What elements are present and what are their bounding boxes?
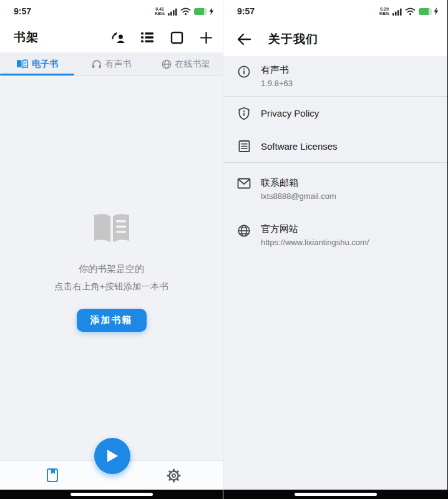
privacy-shield-icon [236,107,252,120]
person-sync-icon[interactable] [110,29,126,46]
bookmark-book-icon[interactable] [44,467,61,483]
info-circle-icon [236,65,252,79]
tab-label: 有声书 [105,59,132,70]
app-bar-actions [110,29,214,46]
app-bar: 书架 [0,22,223,52]
website-globe-icon [236,224,252,238]
battery-icon [419,8,431,15]
empty-title: 你的书架是空的 [0,263,223,275]
item-title: Software Licenses [261,141,338,152]
item-title: 联系邮箱 [261,177,336,189]
tab-audiobooks[interactable]: 有声书 [74,52,149,75]
play-fab-button[interactable] [94,438,130,474]
status-bar: 9:57 0.29 KB/s [223,0,447,22]
status-icons: 0.29 KB/s [379,7,439,16]
item-title: Privacy Policy [261,108,319,119]
settings-gear-icon[interactable] [165,467,182,483]
list-item-version[interactable]: 有声书 1.9.8+63 [223,56,447,96]
empty-book-icon [92,212,131,245]
status-bar: 9:57 0.41 KB/s [0,0,223,22]
battery-icon [194,8,206,15]
empty-hint: 点击右上角+按钮添加一本书 [0,281,223,293]
home-indicator[interactable] [295,493,377,496]
bookshelf-screen: 9:57 0.41 KB/s 书架 [0,0,223,499]
tab-label: 电子书 [32,59,58,70]
signal-bars-icon [392,7,402,16]
section-gap [223,209,447,215]
active-tab-indicator [0,74,74,75]
online-globe-icon [162,59,172,69]
network-speed-indicator: 0.41 KB/s [155,7,165,16]
list-item-official-website[interactable]: 官方网站 https://www.lixiantingshu.com/ [223,215,447,255]
system-nav-bar [0,490,223,499]
section-gap [223,163,447,169]
list-item-software-licenses[interactable]: Software Licenses [223,130,447,162]
signal-bars-icon [168,7,177,16]
system-nav-bar [223,490,447,499]
tab-online-shelf[interactable]: 在线书架 [149,52,223,75]
list-view-icon[interactable] [139,29,155,46]
about-list: 有声书 1.9.8+63 Privacy Policy Software Lic… [223,56,447,490]
page-title: 书架 [14,29,39,46]
item-subtitle: lxts8888@gmail.com [261,191,336,201]
wifi-icon [405,7,416,16]
item-subtitle: https://www.lixiantingshu.com/ [261,238,369,247]
home-indicator[interactable] [71,493,153,496]
clock-time: 9:57 [14,6,31,16]
item-subtitle: 1.9.8+63 [261,79,293,88]
list-item-contact-email[interactable]: 联系邮箱 lxts8888@gmail.com [223,169,447,209]
network-speed-indicator: 0.29 KB/s [379,7,389,16]
charging-bolt-icon [434,7,439,15]
plus-icon[interactable] [198,29,214,46]
app-bar: 关于我们 [223,22,447,56]
list-item-privacy-policy[interactable]: Privacy Policy [223,97,447,130]
license-document-icon [236,140,252,153]
back-arrow-icon[interactable] [236,31,252,47]
clock-time: 9:57 [237,6,255,16]
tab-label: 在线书架 [175,59,210,70]
play-icon [105,448,119,463]
status-icons: 0.41 KB/s [155,7,214,16]
empty-state: 你的书架是空的 点击右上角+按钮添加一本书 添加书籍 [0,76,223,332]
about-screen: 9:57 0.29 KB/s 关于我们 [223,0,447,499]
headphones-icon [92,59,102,69]
mail-envelope-icon [236,178,252,189]
wifi-icon [180,7,191,16]
tab-ebooks[interactable]: 电子书 [0,52,74,75]
select-box-icon[interactable] [168,29,185,46]
item-title: 有声书 [261,64,293,76]
charging-bolt-icon [209,7,214,15]
add-books-button[interactable]: 添加书籍 [77,309,147,332]
ebook-icon [16,59,28,69]
item-title: 官方网站 [261,223,369,235]
tab-bar: 电子书 有声书 在线书架 [0,52,223,76]
page-title: 关于我们 [268,31,318,47]
